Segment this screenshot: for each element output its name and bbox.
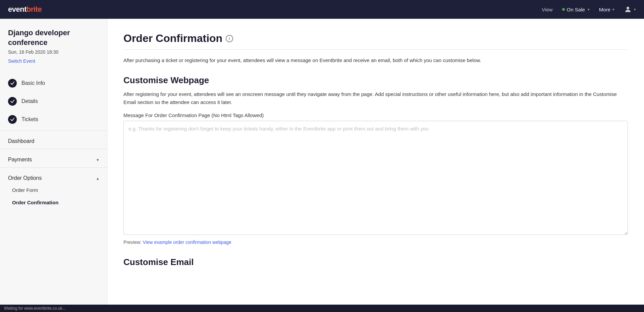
sidebar-item-tickets-label: Tickets bbox=[21, 116, 38, 122]
sidebar-item-details-label: Details bbox=[21, 98, 38, 104]
dashboard-label: Dashboard bbox=[8, 138, 34, 144]
sidebar-sub-item-order-form[interactable]: Order Form bbox=[0, 184, 107, 196]
onsale-chevron-icon: ▾ bbox=[588, 7, 590, 12]
svg-point-0 bbox=[627, 7, 629, 9]
details-check-icon bbox=[8, 97, 17, 106]
sidebar-nav: Basic Info Details Tickets Dashboard bbox=[0, 74, 107, 209]
view-button[interactable]: View bbox=[542, 7, 552, 12]
onsale-label: On Sale bbox=[567, 7, 585, 12]
preview-row: Preview: View example order confirmation… bbox=[123, 240, 628, 245]
customise-webpage-title: Customise Webpage bbox=[123, 75, 628, 86]
status-text: Waiting for www.eventbrite.co.uk... bbox=[4, 306, 66, 311]
page-description: After purchasing a ticket or registering… bbox=[123, 56, 628, 64]
more-dropdown[interactable]: More ▾ bbox=[599, 7, 614, 12]
sidebar-section-dashboard[interactable]: Dashboard bbox=[0, 133, 107, 147]
sidebar: Django developer conference Sun, 16 Feb … bbox=[0, 19, 107, 305]
preview-link[interactable]: View example order confirmation webpage bbox=[143, 240, 231, 245]
sidebar-section-order-options[interactable]: Order Options ▴ bbox=[0, 170, 107, 184]
main-content: Order Confirmation i After purchasing a … bbox=[107, 19, 644, 305]
app-body: Django developer conference Sun, 16 Feb … bbox=[0, 19, 644, 305]
tickets-check-icon bbox=[8, 115, 17, 124]
page-title: Order Confirmation bbox=[123, 32, 222, 45]
info-icon[interactable]: i bbox=[226, 35, 233, 42]
more-chevron-icon: ▾ bbox=[612, 7, 614, 12]
sidebar-sub-item-order-confirmation[interactable]: Order Confirmation bbox=[0, 196, 107, 209]
order-form-label: Order Form bbox=[12, 187, 38, 193]
sidebar-item-tickets[interactable]: Tickets bbox=[0, 110, 107, 128]
payments-label: Payments bbox=[8, 157, 32, 163]
switch-event-link[interactable]: Switch Event bbox=[8, 58, 35, 64]
sidebar-item-basic-info[interactable]: Basic Info bbox=[0, 74, 107, 92]
sidebar-item-details[interactable]: Details bbox=[0, 92, 107, 110]
divider3 bbox=[0, 167, 107, 168]
order-options-chevron-icon: ▴ bbox=[97, 176, 99, 181]
title-divider bbox=[123, 49, 628, 50]
divider2 bbox=[0, 149, 107, 149]
sidebar-section-payments[interactable]: Payments ▾ bbox=[0, 151, 107, 165]
order-confirmation-label: Order Confirmation bbox=[12, 200, 58, 205]
user-icon bbox=[624, 5, 632, 13]
more-label: More bbox=[599, 7, 610, 12]
onsale-dropdown[interactable]: On Sale ▾ bbox=[562, 7, 590, 12]
event-title: Django developer conference bbox=[8, 28, 99, 47]
message-field-label: Message For Order Confirmation Page (No … bbox=[123, 112, 628, 118]
preview-label: Preview: bbox=[123, 240, 142, 245]
event-info: Django developer conference Sun, 16 Feb … bbox=[0, 19, 107, 71]
status-bar: Waiting for www.eventbrite.co.uk... bbox=[0, 305, 644, 312]
event-date: Sun, 16 Feb 2020 18:30 bbox=[8, 49, 99, 55]
user-chevron-icon: ▾ bbox=[634, 7, 636, 12]
top-navigation: eventbrite View On Sale ▾ More ▾ ▾ bbox=[0, 0, 644, 19]
customise-webpage-description: After registering for your event, attend… bbox=[123, 90, 628, 106]
onsale-dot bbox=[562, 8, 565, 11]
customise-email-title: Customise Email bbox=[123, 257, 628, 267]
message-textarea[interactable] bbox=[123, 121, 628, 235]
payments-chevron-icon: ▾ bbox=[97, 157, 99, 162]
logo[interactable]: eventbrite bbox=[8, 5, 42, 14]
order-options-label: Order Options bbox=[8, 175, 42, 181]
sidebar-item-basic-info-label: Basic Info bbox=[21, 80, 45, 86]
user-menu[interactable]: ▾ bbox=[624, 5, 636, 13]
page-title-row: Order Confirmation i bbox=[123, 32, 628, 45]
divider bbox=[0, 131, 107, 131]
basic-info-check-icon bbox=[8, 79, 17, 88]
